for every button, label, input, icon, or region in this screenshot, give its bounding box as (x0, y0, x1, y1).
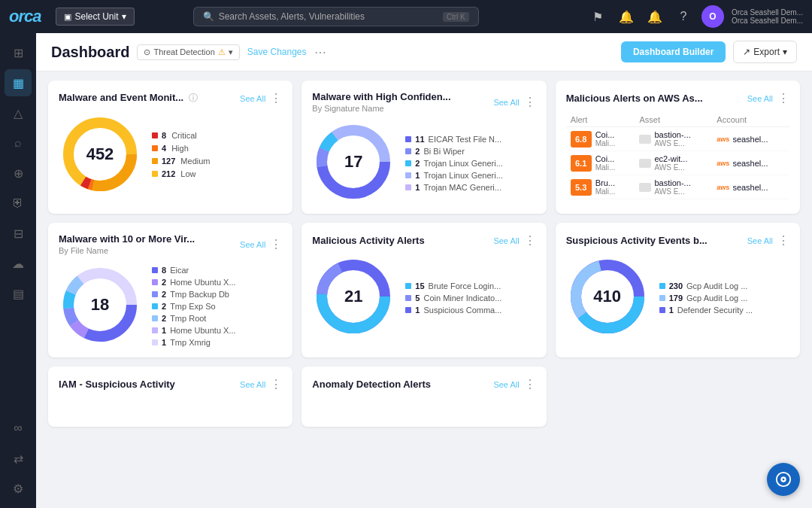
more-options-icon[interactable]: ⋮ (524, 377, 536, 391)
item-dot (405, 184, 411, 190)
bell-icon[interactable]: 🔔 (616, 6, 637, 27)
info-icon[interactable]: ⓘ (189, 93, 198, 103)
toolbar: Dashboard ⊙ Threat Detection ⚠ ▾ Save Ch… (36, 33, 812, 71)
list-item: 2 Home Ubuntu X... (152, 278, 282, 287)
col-alert: Alert (566, 113, 635, 127)
page-title: Dashboard (51, 44, 129, 61)
list-item: 1 Suspicious Comma... (405, 306, 501, 315)
sidebar-item-dashboard[interactable]: ▦ (5, 69, 32, 96)
legend: 230 Gcp Audit Log ... 179 Gcp Audit Log … (659, 281, 753, 315)
sidebar-item-home[interactable]: ⊞ (5, 39, 32, 66)
sidebar-item-inventory[interactable]: ⊟ (5, 220, 32, 247)
more-options-icon[interactable]: ⋮ (270, 91, 282, 105)
item-dot (405, 172, 411, 178)
chat-button[interactable] (767, 463, 800, 496)
item-dot (405, 148, 411, 154)
filter-badge[interactable]: ⊙ Threat Detection ⚠ ▾ (137, 44, 239, 60)
search-bar[interactable]: 🔍 Search Assets, Alerts, Vulnerabilities… (193, 7, 479, 26)
list-item: 5 Coin Miner Indicato... (405, 294, 501, 303)
asset-icon (639, 135, 651, 144)
sidebar-item-search[interactable]: ⌕ (5, 129, 32, 157)
list-item: 11 EICAR Test File N... (405, 135, 503, 144)
sidebar-item-integrations[interactable]: ∞ (5, 415, 32, 442)
svg-point-22 (783, 479, 785, 481)
sidebar-item-assets[interactable]: ⊕ (5, 160, 32, 187)
card-header: Malicious Activity Alerts See All ⋮ (312, 233, 535, 248)
card-title: IAM - Suspicious Activity (59, 379, 175, 390)
card-header: Malware with High Confiden... By Signatu… (312, 91, 535, 113)
more-options-icon[interactable]: ⋮ (524, 233, 536, 248)
low-num: 212 (162, 169, 175, 178)
card-iam-suspicious: IAM - Suspicious Activity See All ⋮ (48, 367, 292, 427)
card-header: Malware with 10 or More Vir... By File N… (59, 233, 282, 255)
see-all-link[interactable]: See All (747, 236, 773, 245)
legend-item: 8 Critical (152, 131, 210, 140)
see-all-link[interactable]: See All (240, 380, 265, 389)
sidebar-item-cloud[interactable]: ☁ (5, 250, 32, 277)
see-all-link[interactable]: See All (493, 236, 519, 245)
see-all-link[interactable]: See All (240, 240, 265, 249)
critical-dot (152, 132, 158, 138)
see-all-link[interactable]: See All (747, 94, 773, 103)
see-all-link[interactable]: See All (240, 94, 265, 103)
sidebar-item-alerts[interactable]: △ (5, 99, 32, 126)
sidebar-item-shuffle[interactable]: ⇄ (5, 445, 32, 472)
card-malware-10: Malware with 10 or More Vir... By File N… (48, 223, 292, 357)
card-subtitle: By Signature Name (312, 104, 450, 113)
donut-chart: 452 (59, 113, 141, 196)
card-header: IAM - Suspicious Activity See All ⋮ (59, 377, 282, 391)
legend-scroll-area: 8 Eicar 2 Home Ubuntu X... 2 (152, 263, 282, 347)
avatar[interactable]: O (701, 5, 724, 28)
list-item: 2 Trojan Linux Generi... (405, 159, 503, 168)
main-content: Dashboard ⊙ Threat Detection ⚠ ▾ Save Ch… (36, 33, 812, 508)
sidebar: ⊞ ▦ △ ⌕ ⊕ ⛨ ⊟ ☁ ▤ ∞ ⇄ ⚙ (0, 33, 36, 508)
col-asset: Asset (635, 113, 712, 127)
sidebar-item-settings[interactable]: ⚙ (5, 475, 32, 502)
see-all-link[interactable]: See All (493, 380, 519, 389)
list-item: 1 Tmp Xmrig (152, 338, 282, 347)
export-button[interactable]: ↗ Export ▾ (733, 41, 797, 63)
more-options-icon[interactable]: ⋮ (524, 95, 536, 109)
chart-area: 18 8 Eicar 2 Home Ubun (59, 263, 282, 347)
high-label: High (171, 144, 189, 153)
chart-area: 452 8 Critical 4 High (59, 113, 282, 196)
aws-logo: aws (717, 184, 729, 191)
card-title: Malware and Event Monit... (59, 92, 183, 103)
card-title: Anomaly Detection Alerts (312, 379, 431, 390)
list-items: 11 EICAR Test File N... 2 Bi Bi Wiper 2 (405, 135, 503, 192)
list-item: 2 Bi Bi Wiper (405, 147, 503, 156)
legend: 15 Brute Force Login... 5 Coin Miner Ind… (405, 281, 501, 315)
filter-icon: ⊙ (144, 47, 150, 57)
list-item: 179 Gcp Audit Log ... (659, 294, 753, 303)
table-row: 6.1 Coi...Mali... ec2-wit...AWS E... (566, 151, 789, 175)
save-changes-button[interactable]: Save Changes (247, 47, 307, 57)
export-chevron-icon: ▾ (783, 47, 787, 57)
asset-icon (639, 183, 651, 192)
score-badge: 6.8 (571, 131, 592, 148)
nav-icons: ⚑ 🔔 🔔 ? O Orca Seashell Dem... Orca Seas… (587, 5, 803, 28)
dashboard-builder-button[interactable]: Dashboard Builder (621, 41, 726, 62)
card-title: Malicious Activity Alerts (312, 235, 424, 246)
see-all-link[interactable]: See All (493, 98, 519, 107)
more-options-icon[interactable]: ⋮ (270, 377, 282, 391)
list-item: 15 Brute Force Login... (405, 281, 501, 291)
search-placeholder: Search Assets, Alerts, Vulnerabilities (219, 11, 438, 22)
sidebar-item-shifts[interactable]: ▤ (5, 280, 32, 307)
help-icon[interactable]: ? (673, 6, 694, 27)
item-dot (405, 136, 411, 142)
donut-center-value: 452 (86, 144, 114, 164)
card-anomaly-detection: Anomaly Detection Alerts See All ⋮ (301, 367, 546, 427)
donut-chart: 18 (59, 263, 141, 346)
more-options-icon[interactable]: ⋯ (314, 45, 326, 59)
medium-num: 127 (162, 157, 175, 166)
notifications-icon[interactable]: 🔔 (644, 6, 665, 27)
flag-icon[interactable]: ⚑ (587, 6, 608, 27)
legend: 8 Critical 4 High 127 Medium (152, 131, 210, 178)
sidebar-item-compliance[interactable]: ⛨ (5, 190, 32, 217)
search-icon: 🔍 (203, 11, 214, 22)
select-unit-button[interactable]: ▣ Select Unit ▾ (56, 8, 134, 26)
more-options-icon[interactable]: ⋮ (777, 233, 789, 248)
more-options-icon[interactable]: ⋮ (270, 237, 282, 251)
more-options-icon[interactable]: ⋮ (777, 91, 789, 105)
card-header: Malicious Alerts on AWS As... See All ⋮ (566, 91, 789, 105)
